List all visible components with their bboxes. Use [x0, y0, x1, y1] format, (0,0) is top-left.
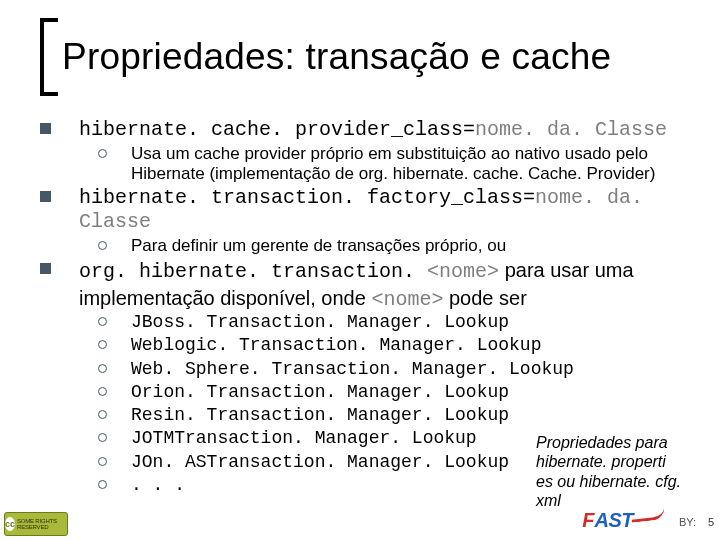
circle-bullet-icon — [98, 410, 107, 419]
manager-name: JOTMTransaction. Manager. Lookup — [131, 428, 477, 449]
circle-bullet-icon — [98, 241, 107, 250]
bullet-item: org. hibernate. transaction. <nome> para… — [40, 258, 695, 284]
sub-bullet-item: JBoss. Transaction. Manager. Lookup — [98, 312, 695, 333]
sub-bullet-text: Para definir um gerente de transações pr… — [131, 236, 506, 256]
manager-name: Weblogic. Transaction. Manager. Lookup — [131, 335, 541, 356]
cc-text: SOME RIGHTS RESERVED — [17, 518, 67, 530]
callout-note: Propriedades para hibernate. properti es… — [536, 433, 686, 510]
manager-name: JBoss. Transaction. Manager. Lookup — [131, 312, 509, 333]
property-text: pode ser — [443, 287, 526, 309]
property-text: implementação disponível, onde — [79, 287, 371, 309]
circle-bullet-icon — [98, 149, 107, 158]
property-line: hibernate. transaction. factory_class=no… — [79, 186, 695, 234]
square-bullet-icon — [40, 123, 51, 134]
circle-bullet-icon — [98, 317, 107, 326]
manager-name: Resin. Transaction. Manager. Lookup — [131, 405, 509, 426]
property-param: <nome> — [371, 288, 443, 311]
manager-name: Web. Sphere. Transaction. Manager. Looku… — [131, 359, 574, 380]
manager-name: JOn. ASTransaction. Manager. Lookup — [131, 452, 509, 473]
bullet-item: hibernate. transaction. factory_class=no… — [40, 186, 695, 234]
sub-bullet-text: Usa um cache provider próprio em substit… — [131, 144, 695, 184]
sub-bullet-item: Web. Sphere. Transaction. Manager. Looku… — [98, 359, 695, 380]
property-line: org. hibernate. transaction. <nome> para… — [79, 258, 634, 284]
circle-bullet-icon — [98, 480, 107, 489]
cc-logo-icon: cc — [5, 517, 15, 531]
fast-logo: F AST — [582, 509, 665, 532]
circle-bullet-icon — [98, 387, 107, 396]
manager-name: Orion. Transaction. Manager. Lookup — [131, 382, 509, 403]
sub-bullet-item: Weblogic. Transaction. Manager. Lookup — [98, 335, 695, 356]
sub-bullet-item: Resin. Transaction. Manager. Lookup — [98, 405, 695, 426]
manager-name: . . . — [131, 475, 185, 496]
property-value: nome. da. Classe — [475, 118, 667, 141]
sub-bullet-item: Usa um cache provider próprio em substit… — [98, 144, 695, 184]
fast-logo-red: F — [582, 509, 594, 532]
title-bracket-icon — [40, 18, 58, 96]
sub-bullet-item: Para definir um gerente de transações pr… — [98, 236, 695, 256]
title-area: Propriedades: transação e cache — [40, 18, 700, 96]
property-line: hibernate. cache. provider_class=nome. d… — [79, 118, 667, 142]
square-bullet-icon — [40, 263, 51, 274]
swoosh-icon — [630, 506, 665, 522]
property-key: hibernate. transaction. factory_class= — [79, 186, 535, 209]
bullet-item: hibernate. cache. provider_class=nome. d… — [40, 118, 695, 142]
circle-bullet-icon — [98, 457, 107, 466]
square-bullet-icon — [40, 191, 51, 202]
circle-bullet-icon — [98, 433, 107, 442]
by-label: BY: — [679, 516, 696, 528]
slide-title: Propriedades: transação e cache — [62, 38, 611, 77]
sub-bullet-item: Orion. Transaction. Manager. Lookup — [98, 382, 695, 403]
property-param: <nome> — [427, 260, 499, 283]
page-number: 5 — [708, 516, 714, 528]
continuation-line: implementação disponível, onde <nome> po… — [79, 286, 695, 312]
circle-bullet-icon — [98, 340, 107, 349]
property-key: hibernate. cache. provider_class= — [79, 118, 475, 141]
property-key: org. hibernate. transaction. — [79, 260, 427, 283]
slide: Propriedades: transação e cache hibernat… — [0, 0, 720, 540]
property-text: para usar uma — [499, 259, 634, 281]
circle-bullet-icon — [98, 364, 107, 373]
cc-license-badge: cc SOME RIGHTS RESERVED — [4, 512, 68, 536]
fast-logo-blue: AST — [595, 509, 634, 532]
